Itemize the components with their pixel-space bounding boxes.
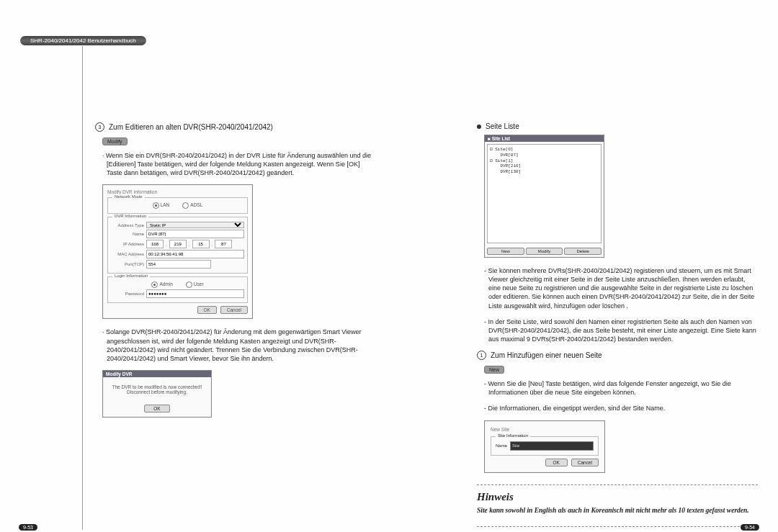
group-site-info: Site Information bbox=[496, 433, 530, 438]
new-site-dialog: New Site Site Information Name OK Cancel bbox=[484, 420, 605, 473]
input-site-name[interactable] bbox=[510, 441, 594, 451]
warn-ok-button[interactable]: OK bbox=[144, 405, 169, 412]
label-admin: Admin bbox=[159, 282, 172, 287]
label-address-type: Address Type bbox=[111, 223, 144, 227]
radio-adsl[interactable] bbox=[182, 202, 189, 209]
left-paragraph-1: · Wenn Sie ein DVR(SHR-2040/2041/2042) i… bbox=[102, 151, 376, 177]
newsite-title: New Site bbox=[491, 427, 599, 432]
label-mac: MAC Address bbox=[111, 252, 144, 256]
right-paragraph-2: - In der Seite Liste, wird sowohl den Na… bbox=[484, 317, 758, 343]
newsite-cancel-button[interactable]: Cancel bbox=[571, 459, 599, 466]
radio-admin[interactable] bbox=[151, 281, 158, 288]
page-number-right: 9-54 bbox=[741, 524, 759, 531]
group-dvr-info: DVR Information bbox=[112, 214, 148, 218]
divider-dotted-2 bbox=[477, 526, 758, 527]
sitelist-delete-button[interactable]: Delete bbox=[564, 248, 602, 255]
group-network-mode: Network Mode bbox=[112, 194, 145, 199]
bullet-icon bbox=[477, 125, 481, 129]
dialog-title: Modify DVR Information bbox=[107, 189, 248, 194]
input-ip-3[interactable] bbox=[192, 240, 210, 248]
new-button[interactable]: New bbox=[484, 366, 504, 374]
label-ip: IP Address bbox=[111, 242, 144, 246]
warn-title: Modify DVR bbox=[103, 371, 211, 377]
select-address-type[interactable]: Static IP bbox=[146, 222, 244, 228]
step-number-3: 3 bbox=[95, 122, 104, 132]
page-header: SHR-2040/2041/2042 Benutzerhandbuch bbox=[20, 36, 146, 45]
site-list-panel: ■ Site List ⊟ Site[0] DVR[87] ⊟ Site[1] … bbox=[484, 135, 604, 258]
cancel-button[interactable]: Cancel bbox=[220, 306, 248, 314]
sitelist-new-button[interactable]: New bbox=[487, 248, 524, 255]
ok-button[interactable]: OK bbox=[197, 306, 217, 314]
step-3-title: Zum Editieren an alten DVR(SHR-2040/2041… bbox=[109, 123, 273, 131]
label-site-name: Name bbox=[496, 443, 507, 448]
left-paragraph-2: · Solange DVR(SHR-2040/2041/2042) für Än… bbox=[102, 328, 376, 363]
input-ip-2[interactable] bbox=[169, 240, 187, 248]
margin-rule bbox=[82, 46, 83, 530]
input-ip-4[interactable] bbox=[215, 240, 232, 248]
input-password[interactable] bbox=[146, 289, 244, 298]
input-mac[interactable] bbox=[146, 250, 244, 258]
step-number-1: 1 bbox=[477, 351, 486, 360]
sitelist-modify-button[interactable]: Modify bbox=[526, 248, 563, 255]
modify-dvr-dialog: Modify DVR Information Network Mode LAN … bbox=[102, 184, 253, 319]
site-tree[interactable]: ⊟ Site[0] DVR[87] ⊟ Site[1] DVR[216] DVR… bbox=[487, 144, 602, 243]
warn-msg-2: Disconnect before modifying. bbox=[109, 389, 205, 395]
hinweis-heading: Hinweis bbox=[477, 491, 758, 503]
label-port: Port(TCP) bbox=[111, 262, 144, 266]
sitelist-title: Site List bbox=[492, 136, 510, 141]
label-password: Password bbox=[111, 292, 144, 296]
label-name: Name bbox=[111, 232, 144, 236]
page-number-left: 9-53 bbox=[19, 524, 37, 531]
input-port[interactable] bbox=[146, 260, 211, 269]
step-1-title: Zum Hinzufügen einer neuen Seite bbox=[491, 351, 602, 359]
warn-msg-1: The DVR to be modified is now connected!… bbox=[109, 384, 205, 389]
modify-dvr-warn-dialog: Modify DVR The DVR to be modified is now… bbox=[102, 370, 212, 418]
newsite-ok-button[interactable]: OK bbox=[545, 459, 568, 466]
label-lan: LAN bbox=[161, 203, 170, 208]
label-adsl: ADSL bbox=[190, 203, 202, 208]
group-login: Login Information bbox=[112, 274, 150, 278]
hinweis-text: Site kann sowohl in English als auch in … bbox=[477, 506, 758, 515]
input-ip-1[interactable] bbox=[146, 240, 164, 248]
radio-lan[interactable] bbox=[153, 202, 159, 209]
input-dvr-name[interactable] bbox=[146, 230, 244, 238]
right-paragraph-4: - Die Informationen, die eingetippt werd… bbox=[484, 404, 758, 412]
label-user: User bbox=[194, 282, 204, 287]
right-paragraph-1: - Sie können mehrere DVRs(SHR-2040/2041/… bbox=[484, 266, 758, 310]
section-title-site-list: Seite Liste bbox=[486, 122, 519, 130]
radio-user[interactable] bbox=[186, 281, 192, 288]
modify-button[interactable]: Modify bbox=[102, 137, 128, 145]
right-paragraph-3: - Wenn Sie die [Neu] Taste betätigen, wi… bbox=[484, 379, 758, 397]
divider-dotted bbox=[477, 484, 758, 485]
